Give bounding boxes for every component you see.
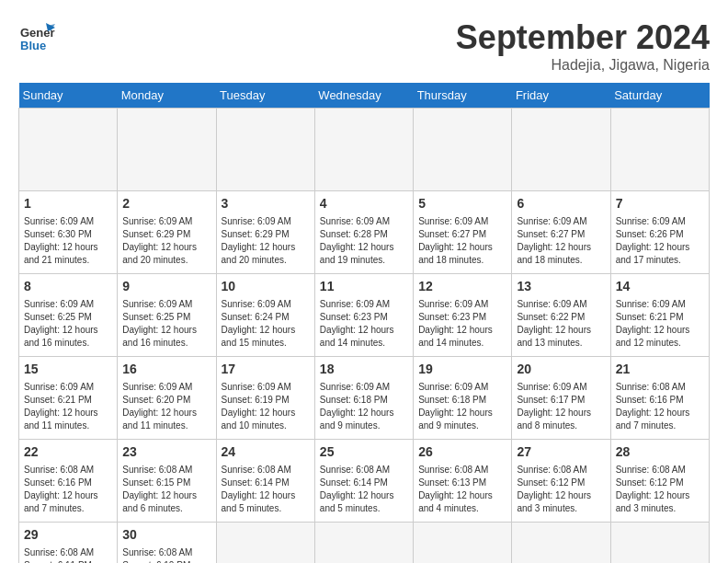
location: Hadejia, Jigawa, Nigeria (456, 57, 710, 74)
calendar-cell: 3Sunrise: 6:09 AMSunset: 6:29 PMDaylight… (216, 191, 314, 274)
day-number: 14 (616, 278, 704, 296)
logo-icon: General Blue (18, 18, 55, 59)
calendar-week-2: 1Sunrise: 6:09 AMSunset: 6:30 PMDaylight… (19, 191, 710, 274)
day-number: 16 (122, 361, 210, 379)
day-info: Sunrise: 6:08 AMSunset: 6:16 PMDaylight:… (24, 464, 112, 515)
day-number: 9 (122, 278, 210, 296)
day-info: Sunrise: 6:09 AMSunset: 6:29 PMDaylight:… (222, 215, 310, 267)
day-info: Sunrise: 6:09 AMSunset: 6:18 PMDaylight:… (418, 381, 506, 432)
calendar-cell: 11Sunrise: 6:09 AMSunset: 6:23 PMDayligh… (314, 274, 413, 357)
calendar-cell: 27Sunrise: 6:08 AMSunset: 6:12 PMDayligh… (512, 440, 610, 523)
calendar-cell: 17Sunrise: 6:09 AMSunset: 6:19 PMDayligh… (216, 357, 314, 440)
calendar-cell: 14Sunrise: 6:09 AMSunset: 6:21 PMDayligh… (610, 274, 709, 357)
calendar-cell: 9Sunrise: 6:09 AMSunset: 6:25 PMDaylight… (118, 274, 216, 357)
calendar-cell: 16Sunrise: 6:09 AMSunset: 6:20 PMDayligh… (118, 357, 216, 440)
day-info: Sunrise: 6:08 AMSunset: 6:14 PMDaylight:… (222, 464, 310, 515)
day-number: 8 (24, 278, 112, 296)
day-info: Sunrise: 6:09 AMSunset: 6:25 PMDaylight:… (122, 298, 210, 350)
calendar-cell (19, 109, 118, 191)
day-info: Sunrise: 6:08 AMSunset: 6:15 PMDaylight:… (122, 464, 210, 515)
day-number: 6 (517, 195, 605, 213)
header-day-tuesday: Tuesday (216, 83, 314, 109)
day-info: Sunrise: 6:08 AMSunset: 6:11 PMDaylight:… (24, 546, 112, 563)
header-day-monday: Monday (118, 83, 216, 109)
svg-text:Blue: Blue (20, 39, 46, 52)
day-info: Sunrise: 6:09 AMSunset: 6:24 PMDaylight:… (222, 298, 310, 350)
calendar-cell (512, 523, 610, 564)
day-number: 13 (517, 278, 605, 296)
calendar-cell (512, 109, 610, 191)
day-info: Sunrise: 6:08 AMSunset: 6:16 PMDaylight:… (616, 381, 704, 432)
day-info: Sunrise: 6:09 AMSunset: 6:25 PMDaylight:… (24, 298, 112, 350)
day-number: 21 (616, 361, 704, 379)
calendar-cell: 6Sunrise: 6:09 AMSunset: 6:27 PMDaylight… (512, 191, 610, 274)
calendar-cell: 5Sunrise: 6:09 AMSunset: 6:27 PMDaylight… (414, 191, 512, 274)
day-number: 26 (418, 443, 506, 462)
day-number: 7 (616, 195, 704, 213)
day-number: 24 (222, 443, 310, 462)
day-number: 1 (24, 195, 112, 213)
calendar-cell (610, 523, 709, 564)
calendar-cell (216, 523, 314, 564)
day-number: 30 (122, 526, 210, 545)
logo: General Blue (18, 18, 55, 59)
calendar-cell (414, 109, 512, 191)
day-number: 28 (616, 443, 704, 462)
header-day-saturday: Saturday (610, 83, 709, 109)
calendar-week-4: 15Sunrise: 6:09 AMSunset: 6:21 PMDayligh… (19, 357, 710, 440)
calendar-cell: 13Sunrise: 6:09 AMSunset: 6:22 PMDayligh… (512, 274, 610, 357)
calendar-cell: 30Sunrise: 6:08 AMSunset: 6:10 PMDayligh… (118, 523, 216, 564)
calendar-cell (118, 109, 216, 191)
calendar-cell: 26Sunrise: 6:08 AMSunset: 6:13 PMDayligh… (414, 440, 512, 523)
day-number: 22 (24, 443, 112, 462)
calendar-cell: 24Sunrise: 6:08 AMSunset: 6:14 PMDayligh… (216, 440, 314, 523)
header-day-wednesday: Wednesday (314, 83, 413, 109)
day-info: Sunrise: 6:09 AMSunset: 6:21 PMDaylight:… (24, 381, 112, 432)
day-number: 4 (320, 195, 408, 213)
day-info: Sunrise: 6:08 AMSunset: 6:12 PMDaylight:… (517, 464, 605, 515)
day-number: 19 (418, 361, 506, 379)
day-info: Sunrise: 6:08 AMSunset: 6:12 PMDaylight:… (616, 464, 704, 515)
day-number: 15 (24, 361, 112, 379)
calendar-week-6: 29Sunrise: 6:08 AMSunset: 6:11 PMDayligh… (19, 523, 710, 564)
calendar-cell: 18Sunrise: 6:09 AMSunset: 6:18 PMDayligh… (314, 357, 413, 440)
calendar-cell (216, 109, 314, 191)
calendar-cell: 1Sunrise: 6:09 AMSunset: 6:30 PMDaylight… (19, 191, 118, 274)
day-info: Sunrise: 6:08 AMSunset: 6:14 PMDaylight:… (320, 464, 408, 515)
day-info: Sunrise: 6:09 AMSunset: 6:28 PMDaylight:… (320, 215, 408, 267)
calendar-cell (610, 109, 709, 191)
calendar-cell: 25Sunrise: 6:08 AMSunset: 6:14 PMDayligh… (314, 440, 413, 523)
day-info: Sunrise: 6:09 AMSunset: 6:19 PMDaylight:… (222, 381, 310, 432)
day-number: 3 (222, 195, 310, 213)
calendar-week-5: 22Sunrise: 6:08 AMSunset: 6:16 PMDayligh… (19, 440, 710, 523)
calendar-header-row: SundayMondayTuesdayWednesdayThursdayFrid… (19, 83, 710, 109)
day-number: 5 (418, 195, 506, 213)
day-info: Sunrise: 6:09 AMSunset: 6:20 PMDaylight:… (122, 381, 210, 432)
day-number: 20 (517, 361, 605, 379)
day-info: Sunrise: 6:09 AMSunset: 6:22 PMDaylight:… (517, 298, 605, 350)
calendar-cell: 10Sunrise: 6:09 AMSunset: 6:24 PMDayligh… (216, 274, 314, 357)
calendar-cell: 22Sunrise: 6:08 AMSunset: 6:16 PMDayligh… (19, 440, 118, 523)
day-info: Sunrise: 6:09 AMSunset: 6:17 PMDaylight:… (517, 381, 605, 432)
calendar-table: SundayMondayTuesdayWednesdayThursdayFrid… (18, 83, 710, 563)
calendar-cell: 20Sunrise: 6:09 AMSunset: 6:17 PMDayligh… (512, 357, 610, 440)
calendar-cell: 21Sunrise: 6:08 AMSunset: 6:16 PMDayligh… (610, 357, 709, 440)
day-info: Sunrise: 6:09 AMSunset: 6:18 PMDaylight:… (320, 381, 408, 432)
day-number: 11 (320, 278, 408, 296)
day-info: Sunrise: 6:08 AMSunset: 6:13 PMDaylight:… (418, 464, 506, 515)
calendar-cell: 23Sunrise: 6:08 AMSunset: 6:15 PMDayligh… (118, 440, 216, 523)
calendar-week-1 (19, 109, 710, 191)
day-number: 12 (418, 278, 506, 296)
day-info: Sunrise: 6:09 AMSunset: 6:30 PMDaylight:… (24, 215, 112, 267)
day-number: 25 (320, 443, 408, 462)
header-day-friday: Friday (512, 83, 610, 109)
calendar-cell: 12Sunrise: 6:09 AMSunset: 6:23 PMDayligh… (414, 274, 512, 357)
day-info: Sunrise: 6:09 AMSunset: 6:29 PMDaylight:… (122, 215, 210, 267)
title-section: September 2024 Hadejia, Jigawa, Nigeria (456, 18, 710, 74)
page-header: General Blue September 2024 Hadejia, Jig… (18, 18, 710, 74)
day-number: 18 (320, 361, 408, 379)
calendar-cell: 7Sunrise: 6:09 AMSunset: 6:26 PMDaylight… (610, 191, 709, 274)
day-info: Sunrise: 6:09 AMSunset: 6:21 PMDaylight:… (616, 298, 704, 350)
day-number: 10 (222, 278, 310, 296)
calendar-cell: 19Sunrise: 6:09 AMSunset: 6:18 PMDayligh… (414, 357, 512, 440)
